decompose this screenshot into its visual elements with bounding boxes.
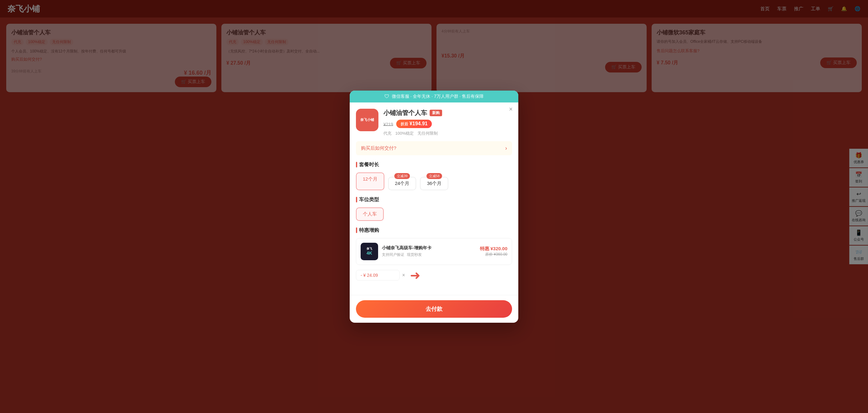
product-header: 奈飞小铺 小铺油管个人车 新购 ¥219 折后 ¥194.91 bbox=[356, 109, 512, 136]
seat-options: 个人车 bbox=[356, 207, 512, 221]
purchase-info-link[interactable]: 购买后如何交付? › bbox=[356, 141, 512, 155]
price-row: ¥219 折后 ¥194.91 bbox=[383, 120, 512, 128]
duration-section-title: 套餐时长 bbox=[356, 161, 512, 168]
modal-overlay[interactable]: 🛡 微信客服 · 全年无休 · 7万人用户群 · 售后有保障 × 奈飞小铺 小铺… bbox=[0, 0, 868, 413]
duration-24-badge: 立减39 bbox=[394, 173, 410, 179]
modal-close-button[interactable]: × bbox=[509, 106, 513, 113]
banner-text: 微信客服 · 全年无休 · 7万人用户群 · 售后有保障 bbox=[392, 94, 484, 99]
seat-section-title: 车位类型 bbox=[356, 197, 512, 203]
seat-personal[interactable]: 个人车 bbox=[356, 207, 384, 221]
price-discount-badge: 折后 ¥194.91 bbox=[396, 120, 432, 128]
duration-12-months[interactable]: 12个月 bbox=[356, 172, 384, 190]
modal-banner: 🛡 微信客服 · 全年无休 · 7万人用户群 · 售后有保障 bbox=[350, 91, 518, 102]
duration-section: 套餐时长 12个月 立减39 24个月 立减58 36个月 bbox=[356, 161, 512, 190]
coupon-clear-button[interactable]: × bbox=[402, 272, 405, 278]
product-tags: 代充 100%稳定 无任何限制 bbox=[383, 130, 512, 136]
offer-info: 小铺奈飞高级车-增购年卡 支持同户验证 现货秒发 bbox=[382, 245, 476, 258]
offer-section: 特惠增购 奈飞 4K 小铺奈飞高级车-增购年卡 支持同户验证 现货秒发 bbox=[356, 227, 512, 283]
offer-price: 特惠 ¥320.00 原价 ¥360.00 bbox=[480, 246, 507, 257]
offer-section-title: 特惠增购 bbox=[356, 227, 512, 234]
offer-original-price: 原价 ¥360.00 bbox=[480, 252, 507, 257]
purchase-info-text: 购买后如何交付? bbox=[361, 145, 396, 151]
offer-special-price: 特惠 ¥320.00 bbox=[480, 246, 507, 252]
duration-options: 12个月 立减39 24个月 立减58 36个月 bbox=[356, 172, 512, 190]
duration-36-badge: 立减58 bbox=[427, 173, 442, 179]
product-title: 小铺油管个人车 新购 bbox=[383, 109, 512, 117]
coupon-row: × ➜ bbox=[356, 268, 512, 283]
modal-body: 奈飞小铺 小铺油管个人车 新购 ¥219 折后 ¥194.91 bbox=[350, 102, 518, 295]
shield-icon: 🛡 bbox=[384, 94, 389, 99]
product-icon: 奈飞小铺 bbox=[356, 109, 378, 131]
offer-item-1: 奈飞 4K 小铺奈飞高级车-增购年卡 支持同户验证 现货秒发 特惠 ¥320.0… bbox=[356, 238, 512, 265]
duration-24-months[interactable]: 立减39 24个月 bbox=[388, 177, 416, 190]
coupon-input[interactable] bbox=[356, 270, 400, 281]
offer-product-icon: 奈飞 4K bbox=[361, 243, 378, 260]
product-info: 小铺油管个人车 新购 ¥219 折后 ¥194.91 代充 bbox=[383, 109, 512, 136]
product-modal: 🛡 微信客服 · 全年无休 · 7万人用户群 · 售后有保障 × 奈飞小铺 小铺… bbox=[350, 91, 518, 323]
modal-footer: 去付款 bbox=[350, 295, 518, 323]
purchase-info-arrow: › bbox=[505, 145, 507, 151]
offer-tags: 支持同户验证 现货秒发 bbox=[382, 252, 476, 258]
seat-section: 车位类型 个人车 bbox=[356, 197, 512, 221]
duration-36-months[interactable]: 立减58 36个月 bbox=[420, 177, 448, 190]
arrow-indicator: ➜ bbox=[410, 268, 421, 283]
price-original: ¥219 bbox=[383, 120, 393, 127]
offer-title: 小铺奈飞高级车-增购年卡 bbox=[382, 245, 476, 251]
checkout-button[interactable]: 去付款 bbox=[356, 300, 512, 318]
new-badge: 新购 bbox=[430, 110, 442, 116]
